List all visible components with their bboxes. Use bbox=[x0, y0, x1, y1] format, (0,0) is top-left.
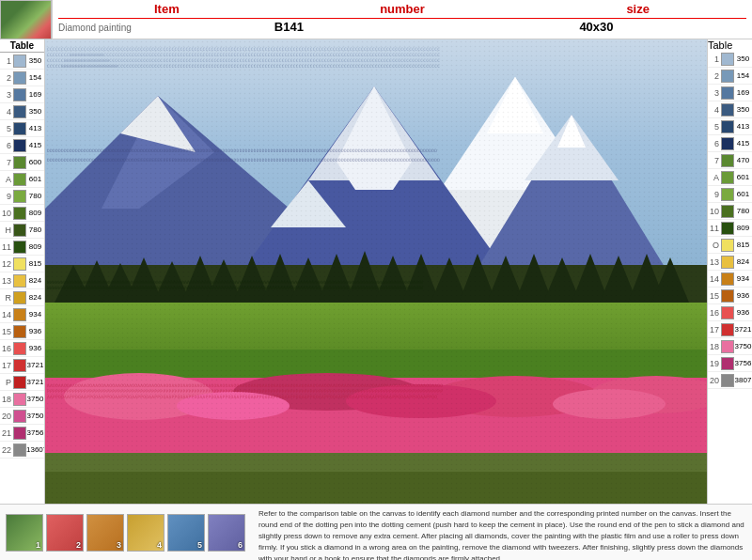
row-count: 936 bbox=[26, 344, 44, 352]
row-count: 824 bbox=[26, 293, 44, 302]
row-color-swatch bbox=[721, 171, 734, 184]
row-color-swatch bbox=[13, 410, 26, 423]
row-color-swatch bbox=[721, 188, 734, 201]
row-number: P bbox=[0, 378, 13, 387]
right-table-row: A 601 bbox=[708, 169, 752, 186]
row-number: A bbox=[0, 175, 13, 184]
row-count: 3721 bbox=[734, 325, 752, 334]
row-color-swatch bbox=[721, 272, 734, 286]
row-number: 14 bbox=[708, 274, 721, 284]
row-number: 9 bbox=[708, 190, 721, 199]
svg-rect-53 bbox=[45, 39, 707, 504]
row-count: 809 bbox=[26, 242, 44, 251]
row-color-swatch bbox=[13, 156, 26, 169]
thumb-number: 5 bbox=[197, 540, 202, 550]
right-table-row: 18 3750 bbox=[708, 338, 752, 355]
row-number: 11 bbox=[708, 224, 721, 233]
left-table-row: 3 169 bbox=[0, 86, 44, 103]
row-count: 3721 bbox=[26, 378, 44, 386]
row-count: 470 bbox=[734, 156, 752, 164]
size-label: size bbox=[529, 2, 746, 16]
row-number: 12 bbox=[0, 259, 13, 269]
right-table: Table 1 350 2 154 3 169 4 350 5 413 6 41… bbox=[707, 39, 752, 504]
row-color-swatch bbox=[13, 308, 26, 321]
bottom-area: 123456 Refer to the comparison table on … bbox=[0, 504, 752, 560]
bottom-thumbnails: 123456 bbox=[0, 505, 251, 560]
row-number: 9 bbox=[0, 192, 13, 201]
row-count: 169 bbox=[734, 88, 752, 97]
svg-text:CCCCCCBBBBBBBBBBBBBBBBCCCCCCCC: CCCCCCBBBBBBBBBBBBBBBBCCCCCCCCCCCCCCCCCC… bbox=[47, 58, 440, 63]
row-count: 601 bbox=[26, 175, 44, 183]
row-number: 10 bbox=[708, 207, 721, 216]
thumb-number: 3 bbox=[117, 540, 121, 550]
row-number: R bbox=[0, 293, 13, 303]
right-table-row: 15 936 bbox=[708, 288, 752, 304]
row-number: A bbox=[708, 173, 721, 182]
row-color-swatch bbox=[13, 393, 26, 406]
header-thumbnail bbox=[0, 0, 52, 39]
row-color-swatch bbox=[721, 222, 734, 235]
right-table-row: 7 470 bbox=[708, 152, 752, 169]
header: Item number size Diamond painting B141 4… bbox=[0, 0, 752, 39]
row-count: 936 bbox=[734, 308, 752, 317]
right-table-rows: 1 350 2 154 3 169 4 350 5 413 6 415 7 47… bbox=[708, 51, 752, 389]
item-label: Item bbox=[58, 2, 275, 16]
row-color-swatch bbox=[13, 139, 26, 152]
svg-text:CCCCCCCCBBBBBBBBBBBBCCCCCCCCCC: CCCCCCCCBBBBBBBBBBBBCCCCCCCCCCCCCCCCCCCC… bbox=[47, 53, 440, 57]
svg-text:CCCCCBBBBBBBBBBBBBBBBBBBBCCCCC: CCCCCBBBBBBBBBBBBBBBBBBBBCCCCCCCCCCCCCCC… bbox=[47, 64, 440, 69]
bottom-thumbnail: 3 bbox=[86, 514, 124, 552]
row-number: 15 bbox=[0, 327, 13, 336]
row-number: 19 bbox=[708, 359, 721, 368]
row-count: 13607 bbox=[26, 445, 45, 454]
row-color-swatch bbox=[13, 443, 26, 457]
row-count: 3721 bbox=[26, 361, 44, 369]
left-table-row: 15 936 bbox=[0, 323, 44, 340]
left-table-row: P 3721 bbox=[0, 374, 44, 391]
left-table-row: 7 600 bbox=[0, 154, 44, 171]
thumb-number: 1 bbox=[36, 540, 40, 550]
row-count: 3756 bbox=[26, 428, 44, 437]
row-number: 6 bbox=[0, 141, 13, 150]
row-number: 11 bbox=[0, 242, 13, 252]
row-number: 5 bbox=[708, 122, 721, 132]
row-color-swatch bbox=[13, 190, 26, 203]
row-color-swatch bbox=[721, 120, 734, 133]
row-color-swatch bbox=[13, 71, 26, 85]
left-table-row: 2 154 bbox=[0, 70, 44, 86]
row-number: 17 bbox=[0, 361, 13, 370]
row-count: 809 bbox=[26, 209, 44, 217]
right-table-row: 4 350 bbox=[708, 101, 752, 118]
row-number: 18 bbox=[708, 342, 721, 351]
right-table-row: 11 809 bbox=[708, 220, 752, 237]
row-count: 780 bbox=[26, 192, 44, 200]
row-number: 2 bbox=[708, 71, 721, 81]
svg-text:CCCCCCCCCCCCCCCCCCCCCCCCCCCCCC: CCCCCCCCCCCCCCCCCCCCCCCCCCCCCCCCCCCCCCCC… bbox=[47, 47, 440, 52]
right-table-row: 2 154 bbox=[708, 68, 752, 85]
left-table-row: 20 3750 bbox=[0, 408, 44, 425]
bottom-thumbnail: 4 bbox=[127, 514, 164, 552]
left-table-row: 14 934 bbox=[0, 306, 44, 323]
row-count: 934 bbox=[734, 274, 752, 283]
row-number: 1 bbox=[708, 54, 721, 64]
right-table-row: 5 413 bbox=[708, 118, 752, 135]
left-table-row: 13 824 bbox=[0, 272, 44, 289]
row-color-swatch bbox=[721, 154, 734, 167]
row-color-swatch bbox=[721, 103, 734, 117]
right-table-row: 19 3756 bbox=[708, 355, 752, 372]
row-number: H bbox=[0, 226, 13, 235]
row-color-swatch bbox=[13, 257, 26, 271]
row-color-swatch bbox=[721, 357, 734, 370]
left-table-row: 1 350 bbox=[0, 53, 44, 70]
row-count: 3750 bbox=[26, 412, 44, 420]
row-number: 3 bbox=[0, 90, 13, 100]
row-count: 780 bbox=[26, 226, 44, 234]
left-table-row: 21 3756 bbox=[0, 425, 44, 442]
row-count: 350 bbox=[26, 107, 44, 116]
right-table-row: 13 824 bbox=[708, 254, 752, 271]
canvas-area: C bbox=[45, 39, 707, 504]
row-count: 936 bbox=[26, 327, 44, 335]
row-color-swatch bbox=[13, 342, 26, 355]
right-table-row: 3 169 bbox=[708, 85, 752, 101]
row-count: 824 bbox=[734, 257, 752, 266]
row-color-swatch bbox=[13, 376, 26, 389]
